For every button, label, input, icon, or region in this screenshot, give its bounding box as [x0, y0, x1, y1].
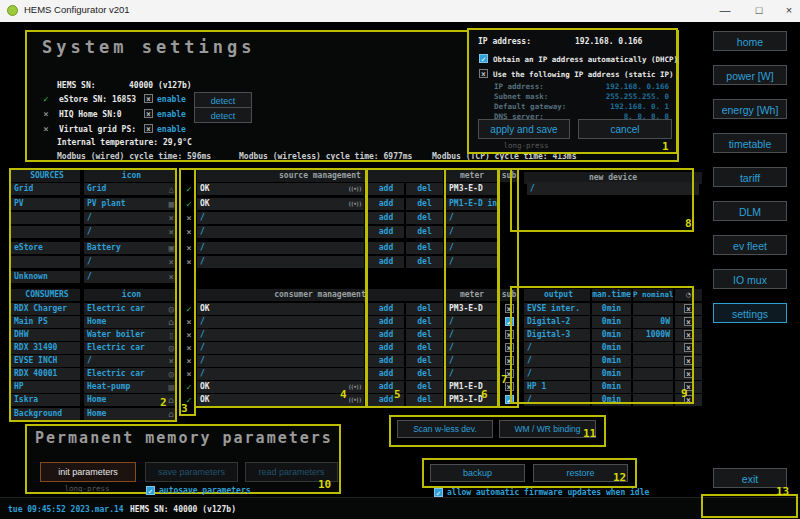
sidebar-item-io-mux[interactable]: IO mux	[713, 269, 787, 289]
management-field[interactable]: /((•))	[197, 242, 364, 254]
device-name-field[interactable]	[11, 212, 80, 224]
device-name-field[interactable]: Grid	[11, 183, 80, 195]
del-button[interactable]: del	[406, 329, 443, 341]
device-name-field[interactable]: EVSE INCH	[11, 355, 80, 367]
manual-time-field[interactable]: 0min	[592, 303, 631, 315]
output-field[interactable]: HP 1	[524, 381, 590, 393]
device-icon-field[interactable]: PV plant	[84, 198, 176, 210]
meter-field[interactable]: /	[446, 342, 498, 354]
management-field[interactable]: /((•))	[197, 316, 364, 328]
sub-checkbox[interactable]	[505, 343, 514, 352]
default-gateway-value[interactable]: 192.168. 0. 1	[569, 102, 669, 111]
maximize-button[interactable]: □	[744, 0, 774, 22]
sidebar-item-power[interactable]: power [W]	[713, 65, 787, 85]
output-field[interactable]: Digital-3	[524, 329, 590, 341]
device-icon-field[interactable]: Electric car	[84, 368, 176, 380]
add-button[interactable]: add	[368, 198, 404, 210]
meter-field[interactable]: PM3-I-D	[446, 394, 498, 406]
manual-time-field[interactable]: 0min	[592, 394, 631, 406]
device-icon-field[interactable]: Home	[84, 316, 176, 328]
vgrid-enable-checkbox[interactable]	[144, 124, 153, 133]
management-field[interactable]: OK((•))	[197, 303, 364, 315]
hiq-detect-button[interactable]: detect	[194, 107, 252, 123]
timer-checkbox[interactable]	[684, 369, 693, 378]
p-nominal-field[interactable]: 0W	[633, 316, 673, 328]
device-name-field[interactable]: Unknown	[11, 271, 80, 283]
device-icon-field[interactable]: Water boiler	[84, 329, 176, 341]
del-button[interactable]: del	[406, 355, 443, 367]
del-button[interactable]: del	[406, 183, 443, 195]
sidebar-item-energy[interactable]: energy [Wh]	[713, 99, 787, 119]
add-button[interactable]: add	[368, 355, 404, 367]
estore-enable-checkbox[interactable]	[144, 94, 153, 103]
static-ip-field-value[interactable]: 192.168. 0.166	[569, 82, 669, 91]
meter-field[interactable]: PM3-E-D	[446, 183, 498, 195]
p-nominal-field[interactable]	[633, 342, 673, 354]
del-button[interactable]: del	[406, 198, 443, 210]
add-button[interactable]: add	[368, 329, 404, 341]
management-field[interactable]: OK((•))	[197, 183, 364, 195]
meter-field[interactable]: /	[446, 316, 498, 328]
del-button[interactable]: del	[406, 242, 443, 254]
sub-checkbox[interactable]	[505, 395, 514, 404]
output-field[interactable]: Digital-2	[524, 316, 590, 328]
del-button[interactable]: del	[406, 226, 443, 238]
timer-checkbox[interactable]	[684, 330, 693, 339]
meter-field[interactable]: /	[446, 242, 498, 254]
timer-checkbox[interactable]	[684, 304, 693, 313]
add-button[interactable]: add	[368, 212, 404, 224]
management-field[interactable]: OK((•))	[197, 381, 364, 393]
add-button[interactable]: add	[368, 316, 404, 328]
output-field[interactable]: /	[524, 368, 590, 380]
del-button[interactable]: del	[406, 381, 443, 393]
init-parameters-button[interactable]: init parameters	[40, 462, 136, 482]
del-button[interactable]: del	[406, 303, 443, 315]
add-button[interactable]: add	[368, 256, 404, 268]
meter-field[interactable]: PM1-E-D in	[446, 198, 498, 210]
meter-field[interactable]: /	[446, 256, 498, 268]
p-nominal-field[interactable]: 1000W	[633, 329, 673, 341]
device-icon-field[interactable]: Electric car	[84, 342, 176, 354]
static-ip-checkbox[interactable]	[479, 69, 488, 78]
device-icon-field[interactable]: /	[84, 355, 176, 367]
meter-field[interactable]: /	[446, 212, 498, 224]
device-name-field[interactable]: Main PS	[11, 316, 80, 328]
sidebar-item-ev-fleet[interactable]: ev fleet	[713, 235, 787, 255]
del-button[interactable]: del	[406, 212, 443, 224]
meter-field[interactable]: /	[446, 368, 498, 380]
management-field[interactable]: /((•))	[197, 256, 364, 268]
manual-time-field[interactable]: 0min	[592, 368, 631, 380]
device-icon-field[interactable]: Grid	[84, 183, 176, 195]
sub-checkbox[interactable]	[505, 330, 514, 339]
del-button[interactable]: del	[406, 316, 443, 328]
autosave-checkbox[interactable]	[146, 486, 155, 495]
device-icon-field[interactable]: Battery	[84, 242, 176, 254]
management-field[interactable]: OK((•))	[197, 394, 364, 406]
management-field[interactable]: /((•))	[197, 212, 364, 224]
add-button[interactable]: add	[368, 242, 404, 254]
meter-field[interactable]: /	[446, 355, 498, 367]
sidebar-item-settings[interactable]: settings	[713, 303, 787, 323]
p-nominal-field[interactable]	[633, 355, 673, 367]
manual-time-field[interactable]: 0min	[592, 342, 631, 354]
apply-and-save-button[interactable]: apply and save	[478, 119, 570, 139]
output-field[interactable]: /	[524, 342, 590, 354]
manual-time-field[interactable]: 0min	[592, 329, 631, 341]
hiq-enable-checkbox[interactable]	[144, 109, 153, 118]
p-nominal-field[interactable]	[633, 381, 673, 393]
sub-checkbox[interactable]	[505, 356, 514, 365]
device-name-field[interactable]: RDX 31490	[11, 342, 80, 354]
device-name-field[interactable]	[11, 226, 80, 238]
cancel-button[interactable]: cancel	[578, 119, 672, 139]
management-field[interactable]: /((•))	[197, 342, 364, 354]
meter-field[interactable]: PM1-E-D	[446, 381, 498, 393]
manual-time-field[interactable]: 0min	[592, 381, 631, 393]
device-name-field[interactable]	[11, 256, 80, 268]
minimize-button[interactable]: —	[710, 0, 740, 22]
manual-time-field[interactable]: 0min	[592, 316, 631, 328]
device-icon-field[interactable]: Home	[84, 408, 176, 420]
device-icon-field[interactable]: /	[84, 212, 176, 224]
output-field[interactable]: /	[524, 355, 590, 367]
scan-wireless-button[interactable]: Scan w-less dev.	[397, 420, 493, 438]
p-nominal-field[interactable]	[633, 303, 673, 315]
